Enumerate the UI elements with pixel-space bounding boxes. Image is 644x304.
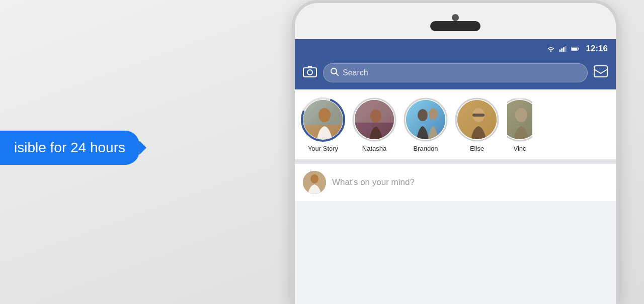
status-time: 12:16 <box>586 44 608 54</box>
signal-icon <box>559 46 567 52</box>
svg-rect-0 <box>559 50 560 52</box>
story-item-vinc[interactable]: Vinc <box>507 98 532 152</box>
phone-speaker <box>430 21 480 31</box>
search-placeholder: Search <box>343 68 368 77</box>
story-ring-your-story <box>300 96 346 143</box>
composer-avatar-image <box>303 171 326 194</box>
story-name-elise: Elise <box>470 145 484 152</box>
messenger-button[interactable] <box>594 65 608 80</box>
camera-icon <box>303 65 317 77</box>
post-composer[interactable]: What's on your mind? <box>295 164 616 201</box>
phone: 12:16 <box>292 0 619 304</box>
story-avatar-wrap-your-story <box>302 98 344 141</box>
story-ring-vinc <box>507 98 532 143</box>
composer-avatar <box>303 171 326 194</box>
story-item-brandon[interactable]: Brandon <box>405 98 447 152</box>
svg-rect-2 <box>563 47 565 52</box>
camera-button[interactable] <box>303 65 317 80</box>
svg-line-10 <box>336 73 339 76</box>
story-name-natasha: Natasha <box>362 145 386 152</box>
svg-point-34 <box>310 174 318 183</box>
phone-wrapper: 12:16 <box>231 0 644 304</box>
phone-screen: 12:16 <box>295 39 616 304</box>
story-ring-natasha <box>351 96 397 143</box>
fb-header: Search <box>295 58 616 89</box>
stories-divider <box>295 160 616 164</box>
svg-point-30 <box>507 98 532 141</box>
story-item-natasha[interactable]: Natasha <box>353 98 395 152</box>
story-name-vinc: Vinc <box>513 145 526 152</box>
inbox-icon <box>594 65 608 77</box>
svg-rect-1 <box>561 48 562 52</box>
svg-rect-5 <box>578 48 579 49</box>
story-avatar-wrap-brandon <box>405 98 447 141</box>
status-icons: 12:16 <box>547 44 608 54</box>
svg-point-8 <box>307 70 312 75</box>
magnifier-icon <box>331 68 339 76</box>
story-ring-elise <box>454 96 500 143</box>
speech-bubble: isible for 24 hours <box>0 131 139 165</box>
story-avatar-wrap-elise <box>456 98 498 141</box>
speech-bubble-text: isible for 24 hours <box>14 140 125 155</box>
story-ring-brandon <box>403 96 449 143</box>
story-item-elise[interactable]: Elise <box>456 98 498 152</box>
front-camera <box>452 14 459 21</box>
composer-placeholder[interactable]: What's on your mind? <box>332 177 608 187</box>
svg-rect-3 <box>565 46 566 52</box>
story-avatar-wrap-natasha <box>353 98 395 141</box>
search-icon <box>331 68 339 78</box>
status-bar: 12:16 <box>295 39 616 58</box>
svg-point-22 <box>405 98 447 141</box>
battery-icon <box>571 46 579 52</box>
svg-point-26 <box>456 98 498 141</box>
stories-row: Your Story <box>295 89 616 160</box>
svg-rect-11 <box>594 66 607 77</box>
story-name-brandon: Brandon <box>413 145 438 152</box>
svg-rect-6 <box>572 48 577 50</box>
svg-rect-7 <box>303 68 316 77</box>
phone-top <box>295 3 616 39</box>
wifi-icon <box>547 46 555 52</box>
svg-point-18 <box>353 98 395 141</box>
story-avatar-wrap-vinc <box>507 98 532 141</box>
story-item-your-story[interactable]: Your Story <box>302 98 344 152</box>
story-name-your-story: Your Story <box>308 145 338 152</box>
search-bar[interactable]: Search <box>323 63 588 82</box>
